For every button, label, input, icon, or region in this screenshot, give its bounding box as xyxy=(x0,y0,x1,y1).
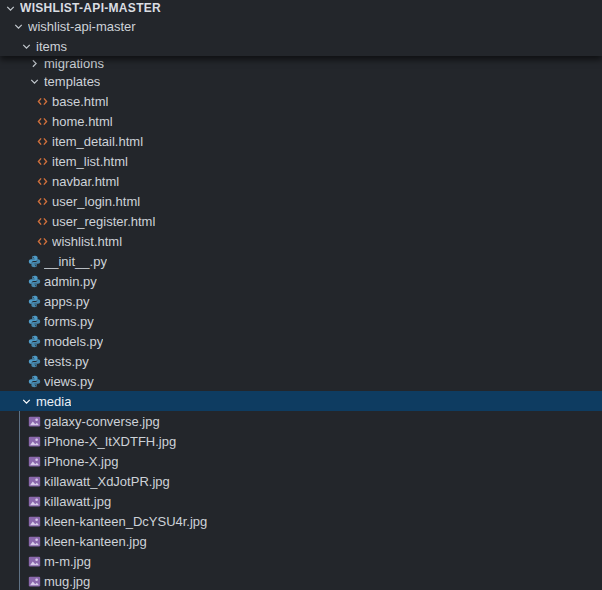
python-icon xyxy=(28,375,41,388)
tree-item-kleen-kanteen-dcysu4r-jpg[interactable]: kleen-kanteen_DcYSU4r.jpg xyxy=(0,511,602,531)
tree-item-label: mug.jpg xyxy=(44,574,90,589)
tree-item-mug-jpg[interactable]: mug.jpg xyxy=(0,571,602,590)
html-icon xyxy=(36,235,49,248)
image-icon xyxy=(28,415,41,428)
active-indent-guide xyxy=(19,411,20,590)
tree-item-label: item_detail.html xyxy=(52,134,143,149)
html-icon xyxy=(36,215,49,228)
tree-item-media[interactable]: media xyxy=(0,391,602,411)
chevron-down-icon xyxy=(20,40,33,53)
tree-item-base-html[interactable]: base.html xyxy=(0,91,602,111)
tree-item-label: iPhone-X_ItXDTFH.jpg xyxy=(44,434,176,449)
tree-item-label: __init__.py xyxy=(44,254,107,269)
tree-item-home-html[interactable]: home.html xyxy=(0,111,602,131)
tree-item-navbar-html[interactable]: navbar.html xyxy=(0,171,602,191)
tree-item-label: user_register.html xyxy=(52,214,155,229)
tree-item-init-py[interactable]: __init__.py xyxy=(0,251,602,271)
chevron-down-icon xyxy=(28,75,41,88)
tree-item-wishlist-html[interactable]: wishlist.html xyxy=(0,231,602,251)
tree-item-views-py[interactable]: views.py xyxy=(0,371,602,391)
python-icon xyxy=(28,315,41,328)
tree-item-tests-py[interactable]: tests.py xyxy=(0,351,602,371)
tree-item-label: admin.py xyxy=(44,274,97,289)
image-icon xyxy=(28,515,41,528)
tree-item-templates[interactable]: templates xyxy=(0,71,602,91)
tree-item-label: items xyxy=(36,39,67,54)
image-icon xyxy=(28,455,41,468)
tree-item-item-detail-html[interactable]: item_detail.html xyxy=(0,131,602,151)
file-explorer-panel: WISHLIST-API-MASTER wishlist-api-master … xyxy=(0,0,602,590)
tree-item-label: tests.py xyxy=(44,354,89,369)
tree-item-label: kleen-kanteen_DcYSU4r.jpg xyxy=(44,514,207,529)
tree-item-label: templates xyxy=(44,74,100,89)
sticky-header-group: WISHLIST-API-MASTER wishlist-api-master … xyxy=(0,0,602,56)
tree-item-iphone-x-jpg[interactable]: iPhone-X.jpg xyxy=(0,451,602,471)
tree-item-label: m-m.jpg xyxy=(44,554,91,569)
tree-item-label: user_login.html xyxy=(52,194,140,209)
tree-item-label: navbar.html xyxy=(52,174,119,189)
image-icon xyxy=(28,575,41,588)
tree-item-iphone-x-itxdtfh-jpg[interactable]: iPhone-X_ItXDTFH.jpg xyxy=(0,431,602,451)
tree-item-label: galaxy-converse.jpg xyxy=(44,414,160,429)
html-icon xyxy=(36,175,49,188)
tree-item-label: wishlist-api-master xyxy=(28,19,136,34)
tree-item-m-m-jpg[interactable]: m-m.jpg xyxy=(0,551,602,571)
python-icon xyxy=(28,295,41,308)
image-icon xyxy=(28,475,41,488)
tree-item-item-list-html[interactable]: item_list.html xyxy=(0,151,602,171)
tree-item-user-login-html[interactable]: user_login.html xyxy=(0,191,602,211)
image-icon xyxy=(28,435,41,448)
python-icon xyxy=(28,275,41,288)
tree-item-kleen-kanteen-jpg[interactable]: kleen-kanteen.jpg xyxy=(0,531,602,551)
tree-item-label: base.html xyxy=(52,94,108,109)
html-icon xyxy=(36,95,49,108)
tree-item-wishlist-api-master[interactable]: wishlist-api-master xyxy=(0,16,602,36)
tree-item-label: views.py xyxy=(44,374,94,389)
tree-item-label: migrations xyxy=(44,56,104,71)
html-icon xyxy=(36,195,49,208)
tree-item-migrations[interactable]: migrations xyxy=(0,56,602,71)
python-icon xyxy=(28,355,41,368)
tree-item-admin-py[interactable]: admin.py xyxy=(0,271,602,291)
html-icon xyxy=(36,115,49,128)
tree-item-label: kleen-kanteen.jpg xyxy=(44,534,147,549)
tree-item-label: apps.py xyxy=(44,294,90,309)
tree-item-wishlist-api-master[interactable]: WISHLIST-API-MASTER xyxy=(0,0,602,16)
tree-item-label: home.html xyxy=(52,114,113,129)
tree-item-label: WISHLIST-API-MASTER xyxy=(20,1,161,15)
chevron-down-icon xyxy=(20,395,33,408)
html-icon xyxy=(36,135,49,148)
tree-item-label: killawatt.jpg xyxy=(44,494,111,509)
python-icon xyxy=(28,335,41,348)
image-icon xyxy=(28,535,41,548)
tree-item-apps-py[interactable]: apps.py xyxy=(0,291,602,311)
chevron-right-icon xyxy=(28,57,41,70)
tree-item-killawatt-xdjotpr-jpg[interactable]: killawatt_XdJotPR.jpg xyxy=(0,471,602,491)
tree-item-label: iPhone-X.jpg xyxy=(44,454,118,469)
tree-item-items[interactable]: items xyxy=(0,36,602,56)
image-icon xyxy=(28,495,41,508)
chevron-down-icon xyxy=(4,2,17,15)
tree-item-killawatt-jpg[interactable]: killawatt.jpg xyxy=(0,491,602,511)
image-icon xyxy=(28,555,41,568)
tree-item-label: wishlist.html xyxy=(52,234,122,249)
tree-body: migrations templates base.html home.html… xyxy=(0,56,602,590)
chevron-down-icon xyxy=(12,20,25,33)
tree-item-models-py[interactable]: models.py xyxy=(0,331,602,351)
tree-item-label: forms.py xyxy=(44,314,94,329)
tree-item-label: models.py xyxy=(44,334,103,349)
tree-item-label: media xyxy=(36,394,71,409)
tree-item-user-register-html[interactable]: user_register.html xyxy=(0,211,602,231)
html-icon xyxy=(36,155,49,168)
tree-item-label: killawatt_XdJotPR.jpg xyxy=(44,474,170,489)
tree-item-galaxy-converse-jpg[interactable]: galaxy-converse.jpg xyxy=(0,411,602,431)
python-icon xyxy=(28,255,41,268)
tree-item-label: item_list.html xyxy=(52,154,128,169)
tree-item-forms-py[interactable]: forms.py xyxy=(0,311,602,331)
